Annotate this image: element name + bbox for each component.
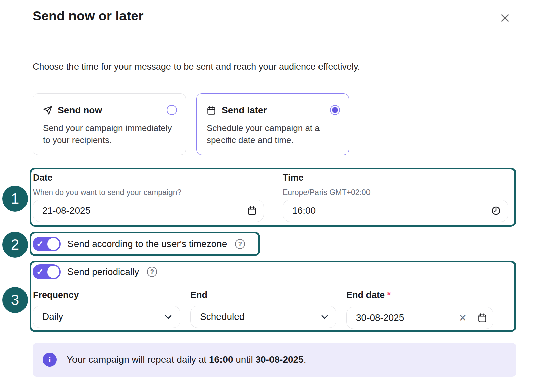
option-label: Send later [222, 105, 267, 116]
end-label: End [190, 290, 207, 300]
banner-date: 30-08-2025 [255, 354, 303, 365]
time-picker-button[interactable] [484, 200, 508, 222]
timezone-toggle-row: ✓ Send according to the user's timezone … [33, 237, 245, 251]
annotation-badge-3: 3 [2, 287, 28, 313]
end-date-input[interactable]: 30-08-2025 ✕ [346, 307, 493, 329]
modal-title: Send now or later [33, 9, 144, 23]
annotation-badge-1: 1 [2, 186, 28, 212]
banner-middle: until [233, 354, 256, 365]
date-input[interactable]: 21-08-2025 [33, 200, 264, 222]
required-asterisk: * [387, 290, 391, 300]
help-icon[interactable]: ? [235, 239, 245, 249]
time-input[interactable]: 16:00 [283, 200, 508, 222]
time-label: Time [283, 173, 304, 183]
time-helper: Europe/Paris GMT+02:00 [283, 188, 370, 197]
send-scheduler-modal: Send now or later Choose the time for yo… [0, 0, 539, 392]
info-icon: i [43, 353, 57, 367]
annotation-badge-2: 2 [2, 232, 28, 258]
toggle-check-icon: ✓ [36, 239, 44, 249]
timezone-toggle-label: Send according to the user's timezone [67, 239, 227, 249]
option-description: Schedule your campaign at a specific dat… [207, 122, 339, 146]
chevron-down-icon [321, 312, 328, 319]
frequency-label: Frequency [33, 290, 79, 300]
time-value: 16:00 [283, 205, 484, 216]
info-banner: i Your campaign will repeat daily at 16:… [33, 343, 516, 377]
date-helper: When do you want to send your campaign? [33, 188, 181, 197]
calendar-icon [207, 106, 216, 115]
modal-description: Choose the time for your message to be s… [33, 62, 360, 72]
toggle-check-icon: ✓ [36, 267, 44, 277]
timezone-toggle[interactable]: ✓ [33, 237, 61, 251]
send-icon [43, 106, 52, 115]
periodic-toggle-label: Send periodically [67, 266, 139, 277]
option-card-send-later[interactable]: Send later Schedule your campaign at a s… [196, 93, 349, 155]
radio-send-later[interactable] [330, 105, 340, 115]
periodic-toggle-row: ✓ Send periodically ? [33, 264, 157, 279]
date-value: 21-08-2025 [33, 205, 240, 216]
end-date-picker-button[interactable] [472, 307, 493, 329]
option-label: Send now [58, 105, 102, 116]
banner-prefix: Your campaign will repeat daily at [67, 354, 209, 365]
date-picker-button[interactable] [240, 200, 264, 222]
calendar-icon [247, 206, 257, 215]
radio-selected-dot [332, 107, 338, 113]
help-icon[interactable]: ? [147, 267, 157, 277]
end-select[interactable]: Scheduled [190, 306, 336, 328]
banner-text: Your campaign will repeat daily at 16:00… [67, 354, 306, 365]
option-description: Send your campaign immediately to your r… [43, 122, 176, 146]
clock-icon [491, 206, 501, 215]
date-label: Date [33, 173, 53, 183]
periodic-toggle[interactable]: ✓ [33, 264, 61, 279]
calendar-icon [478, 313, 487, 323]
close-icon [500, 13, 510, 23]
chevron-down-icon [165, 312, 172, 319]
option-card-send-now[interactable]: Send now Send your campaign immediately … [33, 93, 186, 155]
close-button[interactable] [498, 11, 512, 26]
end-date-value: 30-08-2025 [347, 312, 459, 323]
banner-suffix: . [304, 354, 306, 365]
radio-send-now[interactable] [167, 105, 177, 115]
frequency-value: Daily [33, 311, 165, 322]
clear-icon[interactable]: ✕ [459, 312, 472, 324]
end-date-label-text: End date [346, 290, 385, 300]
toggle-knob [47, 266, 59, 278]
toggle-knob [47, 238, 59, 250]
end-value: Scheduled [191, 311, 321, 322]
banner-time: 16:00 [209, 354, 233, 365]
end-date-label: End date * [346, 290, 391, 300]
frequency-select[interactable]: Daily [33, 306, 180, 328]
